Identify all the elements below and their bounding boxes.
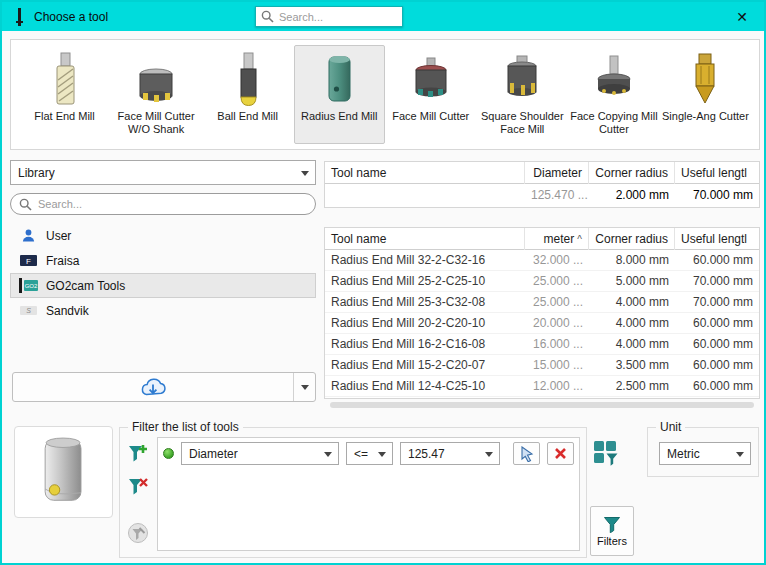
col-header-corner-radius[interactable]: Corner radius <box>589 228 675 250</box>
sandvik-logo-icon: S <box>18 302 38 319</box>
tools-table-body: Radius End Mill 32-2-C32-16 32.000 ... 8… <box>325 250 759 397</box>
user-icon <box>18 227 38 244</box>
chevron-down-icon <box>485 452 493 457</box>
library-item-label: User <box>46 229 71 243</box>
download-library-button[interactable] <box>13 373 293 401</box>
col-header-tool-name[interactable]: Tool name <box>325 162 525 184</box>
remove-filter-row-button[interactable] <box>547 442 574 465</box>
col-header-tool-name[interactable]: Tool name <box>325 228 525 250</box>
cell-tool-name: Radius End Mill 15-2-C20-07 <box>325 358 525 372</box>
add-filter-button[interactable] <box>125 440 151 466</box>
cell-useful-length: 70.000 mm <box>675 295 759 309</box>
tool-type-square-shoulder-face-mill[interactable]: Square Shoulder Face Mill <box>477 45 568 144</box>
cell-tool-name: Radius End Mill 32-2-C32-16 <box>325 253 525 267</box>
filter-buttons <box>125 440 151 546</box>
tools-table: Tool name meter^ Corner radius Useful le… <box>324 227 760 399</box>
radius-end-mill-icon <box>317 48 361 108</box>
square-shoulder-face-mill-icon <box>500 48 544 108</box>
col-header-diameter[interactable]: Diameter <box>525 162 589 184</box>
tool-type-label: Single-Ang Cutter <box>662 110 749 123</box>
library-combo[interactable]: Library <box>10 160 316 185</box>
library-item-sandvik[interactable]: S Sandvik <box>10 298 316 323</box>
library-item-go2cam-tools[interactable]: GO2 GO2cam Tools <box>10 273 316 298</box>
fraisa-logo-icon: F <box>18 252 38 269</box>
horizontal-scrollbar-thumb[interactable] <box>330 402 754 408</box>
tool-type-face-copying-mill-cutter[interactable]: Face Copying Mill Cutter <box>568 45 659 144</box>
cloud-download-icon <box>139 377 167 398</box>
tool-row[interactable]: Radius End Mill 32-2-C32-16 32.000 ... 8… <box>325 250 759 271</box>
svg-text:GO2: GO2 <box>24 283 37 289</box>
library-search <box>10 193 316 215</box>
cell-useful-length: 60.000 mm <box>675 337 759 351</box>
tools-table-header: Tool name meter^ Corner radius Useful le… <box>325 228 759 250</box>
cell-corner-radius: 8.000 mm <box>589 253 675 267</box>
cell-corner-radius: 4.000 mm <box>589 316 675 330</box>
tool-type-face-mill-cutter[interactable]: Face Mill Cutter <box>385 45 476 144</box>
tool-type-label: Square Shoulder Face Mill <box>478 110 567 136</box>
pick-value-button[interactable] <box>513 442 540 465</box>
tool-row[interactable]: Radius End Mill 25-3-C32-08 25.000 ... 4… <box>325 292 759 313</box>
library-search-input[interactable] <box>38 198 307 210</box>
chevron-down-icon <box>324 452 332 457</box>
single-angle-cutter-icon <box>683 48 727 108</box>
filter-field-combo[interactable]: Diameter <box>181 442 339 465</box>
filters-button-label: Filters <box>597 535 627 547</box>
cell-useful-length: 60.000 mm <box>675 316 759 330</box>
tool-preview <box>14 426 113 518</box>
ball-end-mill-icon <box>226 48 270 108</box>
cell-tool-name: Radius End Mill 12-4-C25-10 <box>325 379 525 393</box>
current-tool-table: Tool name Diameter Corner radius Useful … <box>324 161 760 208</box>
tool-row[interactable]: Radius End Mill 12-4-C25-10 12.000 ... 2… <box>325 376 759 397</box>
library-item-fraisa[interactable]: F Fraisa <box>10 248 316 273</box>
current-tool-useful-length: 70.000 mm <box>675 188 759 202</box>
col-header-useful-length[interactable]: Useful lengtl <box>675 162 759 184</box>
col-header-diameter[interactable]: meter^ <box>525 228 589 250</box>
close-button[interactable]: ✕ <box>728 2 756 31</box>
red-x-icon <box>554 447 567 460</box>
tool-row[interactable]: Radius End Mill 16-2-C16-08 16.000 ... 4… <box>325 334 759 355</box>
unit-combo[interactable]: Metric <box>659 442 751 465</box>
filter-field-value: Diameter <box>189 447 238 461</box>
chevron-down-icon <box>301 385 309 390</box>
tool-type-flat-end-mill[interactable]: Flat End Mill <box>19 45 110 144</box>
cell-useful-length: 60.000 mm <box>675 379 759 393</box>
filter-value-combo[interactable]: 125.47 <box>400 442 500 465</box>
filter-group: Filter the list of tools Diameter <= <box>119 427 587 558</box>
current-tool-corner-radius: 2.000 mm <box>589 188 675 202</box>
tool-type-label: Face Copying Mill Cutter <box>569 110 658 136</box>
filter-operator-combo[interactable]: <= <box>346 442 393 465</box>
cell-tool-name: Radius End Mill 20-2-C20-10 <box>325 316 525 330</box>
tool-row[interactable]: Radius End Mill 15-2-C20-07 15.000 ... 3… <box>325 355 759 376</box>
tool-type-face-mill-wo-shank[interactable]: Face Mill Cutter W/O Shank <box>111 45 202 144</box>
filter-value: 125.47 <box>408 447 445 461</box>
titlebar-search-input[interactable] <box>279 11 402 23</box>
delete-filter-button[interactable] <box>125 473 151 499</box>
cell-corner-radius: 4.000 mm <box>589 337 675 351</box>
col-header-diameter-label: meter <box>544 232 575 246</box>
cell-diameter: 20.000 ... <box>525 316 589 330</box>
apply-filter-to-list-button[interactable] <box>591 439 621 469</box>
tool-row[interactable]: Radius End Mill 25-2-C25-10 25.000 ... 5… <box>325 271 759 292</box>
download-options-dropdown[interactable] <box>293 373 315 401</box>
tool-type-strip: Flat End Mill Face Mill Cutter W/O Shank… <box>10 39 760 150</box>
col-header-useful-length[interactable]: Useful lengtl <box>675 228 759 250</box>
library-list: User F Fraisa GO2 GO2cam Tools S Sandvik <box>10 223 316 323</box>
chevron-down-icon <box>378 452 386 457</box>
cell-tool-name: Radius End Mill 25-3-C32-08 <box>325 295 525 309</box>
col-header-corner-radius[interactable]: Corner radius <box>589 162 675 184</box>
tool-type-radius-end-mill[interactable]: Radius End Mill <box>294 45 385 144</box>
disable-filters-button[interactable] <box>125 520 151 546</box>
current-tool-row[interactable]: 125.470 ... 2.000 mm 70.000 mm <box>325 184 759 206</box>
current-tool-diameter: 125.470 ... <box>525 188 589 202</box>
tool-type-ball-end-mill[interactable]: Ball End Mill <box>202 45 293 144</box>
library-item-user[interactable]: User <box>10 223 316 248</box>
cell-useful-length: 60.000 mm <box>675 358 759 372</box>
cursor-pointer-icon <box>519 446 534 462</box>
tool-type-single-angle-cutter[interactable]: Single-Ang Cutter <box>660 45 751 144</box>
tool-row[interactable]: Radius End Mill 20-2-C20-10 20.000 ... 4… <box>325 313 759 334</box>
library-item-label: Fraisa <box>46 254 79 268</box>
filters-button[interactable]: Filters <box>590 506 634 556</box>
library-combo-value: Library <box>18 166 55 180</box>
cell-corner-radius: 4.000 mm <box>589 295 675 309</box>
horizontal-scrollbar[interactable] <box>324 401 760 409</box>
